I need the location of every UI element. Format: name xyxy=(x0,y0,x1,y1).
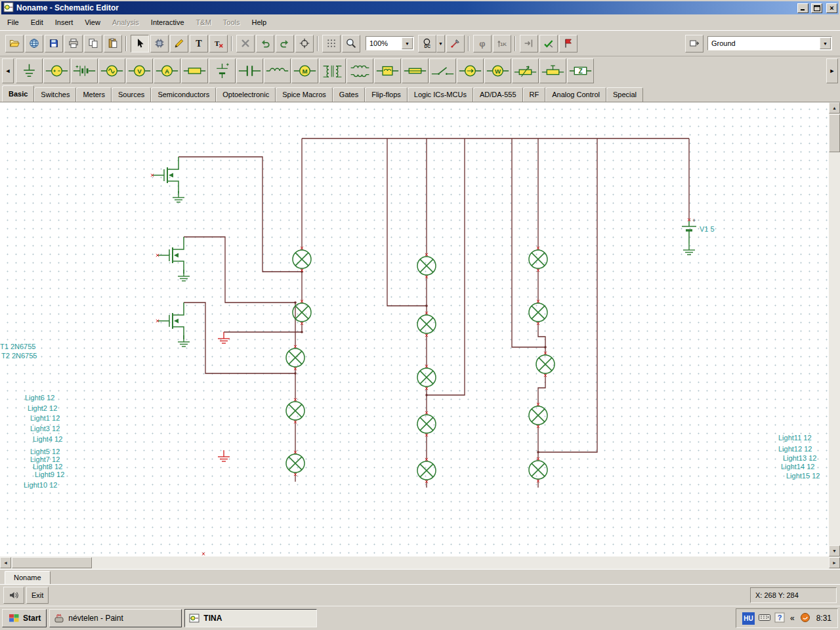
lamp-light6[interactable] xyxy=(417,253,436,278)
maximize-button[interactable] xyxy=(811,3,822,13)
check-circuit-button[interactable] xyxy=(539,35,558,52)
tab-semiconductors[interactable]: Semiconductors xyxy=(151,87,216,102)
lamp-light12[interactable] xyxy=(529,300,547,325)
mosfet-t2[interactable] xyxy=(156,237,184,274)
component-battery[interactable] xyxy=(71,58,98,83)
lamp-light13[interactable] xyxy=(536,352,555,377)
component-impedance[interactable]: Z xyxy=(567,58,594,83)
tab-sources[interactable]: Sources xyxy=(112,87,151,102)
tray-app-icon[interactable] xyxy=(800,612,810,624)
document-tab-noname[interactable]: Noname xyxy=(5,571,51,584)
component-label[interactable]: Light9 12 xyxy=(35,471,64,478)
component-label[interactable]: T1 2N6755 xyxy=(0,343,35,350)
lamp-light10[interactable] xyxy=(417,458,436,483)
horizontal-scroll-thumb[interactable] xyxy=(12,557,92,568)
component-label[interactable]: Light10 12 xyxy=(24,481,57,489)
battery-v1[interactable]: + xyxy=(682,217,696,243)
paste-button[interactable] xyxy=(104,35,122,52)
component-label[interactable]: Light1 12 xyxy=(30,414,60,422)
component-label[interactable]: Light5 12 xyxy=(30,448,60,455)
taskbar-task-tina[interactable]: TINA xyxy=(184,609,317,627)
error-list-button[interactable] xyxy=(559,35,578,52)
wire[interactable] xyxy=(178,157,302,272)
open-button[interactable] xyxy=(5,35,24,52)
component-label[interactable]: T2 2N6755 xyxy=(1,352,37,360)
tab-meters[interactable]: Meters xyxy=(76,87,112,102)
redo-button[interactable] xyxy=(276,35,294,52)
save-button[interactable] xyxy=(45,35,63,52)
tab-analog-control[interactable]: Analog Control xyxy=(545,87,606,102)
tab-gates[interactable]: Gates xyxy=(333,87,365,102)
mosfet-t1[interactable] xyxy=(151,157,178,194)
lamp-light9[interactable] xyxy=(417,411,436,436)
select-tool-button[interactable] xyxy=(131,35,149,52)
ground-symbol[interactable] xyxy=(683,243,695,255)
lamp-light14[interactable] xyxy=(529,403,547,428)
menu-help[interactable]: Help xyxy=(246,16,273,29)
wire[interactable] xyxy=(538,373,545,406)
component-capacitor[interactable] xyxy=(236,58,263,83)
component-label[interactable]: Light6 12 xyxy=(25,394,54,402)
interactive-mode-button[interactable] xyxy=(3,587,24,604)
component-bar-scroll-right[interactable]: ► xyxy=(826,58,838,83)
tab-spice-macros[interactable]: Spice Macros xyxy=(276,87,333,102)
component-voltage-generator[interactable] xyxy=(98,58,125,83)
menu-insert[interactable]: Insert xyxy=(49,16,79,29)
component-label[interactable]: Light13 12 xyxy=(783,454,816,462)
copy-button[interactable] xyxy=(84,35,102,52)
vertical-scroll-thumb[interactable] xyxy=(829,114,840,152)
lamp-light15[interactable] xyxy=(529,457,547,482)
lamp-light8[interactable] xyxy=(417,365,436,390)
lamp-light11[interactable] xyxy=(529,247,547,272)
ground-symbol[interactable] xyxy=(173,191,184,202)
component-label[interactable]: Light2 12 xyxy=(28,404,57,412)
component-ground[interactable] xyxy=(16,58,43,83)
grid-toggle-button[interactable] xyxy=(322,35,341,52)
start-button[interactable]: Start xyxy=(2,609,47,627)
wire[interactable] xyxy=(538,138,597,452)
component-resistor[interactable] xyxy=(181,58,208,83)
component-motor[interactable]: M xyxy=(291,58,318,83)
menu-edit[interactable]: Edit xyxy=(25,16,49,29)
tab-basic[interactable]: Basic xyxy=(2,85,34,102)
print-button[interactable] xyxy=(64,35,83,52)
close-button[interactable]: × xyxy=(826,3,837,13)
probe-tool-button[interactable] xyxy=(446,35,465,52)
minimize-button[interactable] xyxy=(797,3,808,13)
component-potentiometer[interactable] xyxy=(512,58,539,83)
lamp-light7[interactable] xyxy=(417,312,436,337)
scroll-left-button[interactable]: ◄ xyxy=(0,557,11,568)
horizontal-scrollbar[interactable]: ◄ ► xyxy=(0,556,840,569)
component-label[interactable]: Light12 12 xyxy=(778,445,812,453)
menu-interactive[interactable]: Interactive xyxy=(145,16,190,29)
ground-symbol-red[interactable] xyxy=(218,332,230,343)
wire-tool-button[interactable] xyxy=(170,35,188,52)
component-coupled-inductors[interactable] xyxy=(346,58,373,83)
gate-list-button[interactable] xyxy=(685,35,704,52)
component-fuse[interactable] xyxy=(402,58,429,83)
wire[interactable] xyxy=(538,322,545,355)
component-wattmeter[interactable]: W xyxy=(484,58,511,83)
zoom-tool-button[interactable] xyxy=(342,35,360,52)
component-label[interactable]: V1 5 xyxy=(700,225,715,233)
keyboard-layout-indicator[interactable]: HU xyxy=(742,612,755,625)
tab-optoelectronic[interactable]: Optoelectronic xyxy=(216,87,276,102)
web-button[interactable] xyxy=(25,35,43,52)
wire[interactable] xyxy=(512,138,545,347)
keyboard-icon[interactable] xyxy=(759,613,770,623)
zoom-dropdown-arrow[interactable]: ▼ xyxy=(402,37,413,49)
component-relay[interactable] xyxy=(374,58,401,83)
component-voltmeter[interactable]: V xyxy=(126,58,153,83)
component-label[interactable]: Light3 12 xyxy=(30,425,60,432)
tab-rf[interactable]: RF xyxy=(523,87,546,102)
menu-view[interactable]: View xyxy=(79,16,106,29)
component-cell[interactable] xyxy=(209,58,236,83)
component-inductor[interactable] xyxy=(264,58,291,83)
scroll-down-button[interactable]: ▼ xyxy=(829,545,840,556)
scroll-right-button[interactable]: ► xyxy=(829,557,840,568)
tray-chevron-button[interactable]: « xyxy=(789,614,796,623)
lamp-light1[interactable] xyxy=(293,247,311,272)
component-label[interactable]: Light11 12 xyxy=(778,434,812,442)
wire[interactable] xyxy=(184,237,295,303)
help-tray-icon[interactable]: ? xyxy=(774,612,785,624)
